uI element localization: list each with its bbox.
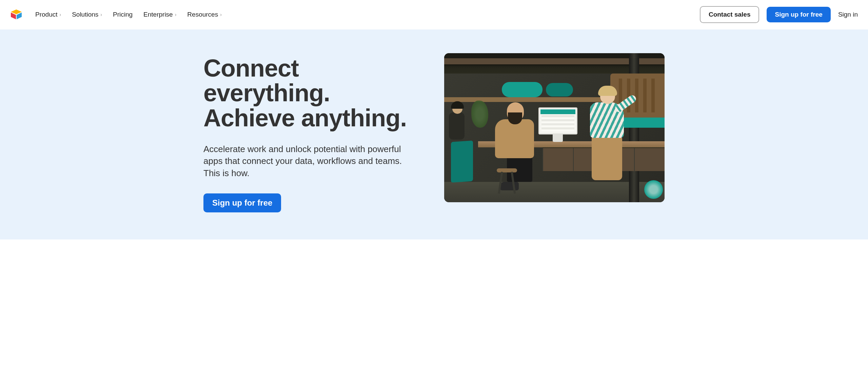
chevron-right-icon: › — [175, 12, 177, 17]
logo[interactable] — [10, 8, 22, 21]
nav-pricing[interactable]: Pricing — [113, 11, 133, 18]
contact-sales-button[interactable]: Contact sales — [700, 6, 760, 23]
main-header: Product › Solutions › Pricing Enterprise… — [0, 0, 868, 29]
nav-label: Product — [35, 11, 57, 18]
hero-content: Connect everything. Achieve anything. Ac… — [203, 53, 424, 212]
nav-label: Enterprise — [143, 11, 173, 18]
chevron-right-icon: › — [59, 12, 61, 17]
hero-image-container — [444, 53, 665, 202]
nav-solutions[interactable]: Solutions › — [72, 11, 102, 18]
airtable-logo-icon — [10, 9, 22, 20]
signup-button[interactable]: Sign up for free — [767, 7, 830, 22]
chevron-right-icon: › — [100, 12, 102, 17]
chevron-right-icon: › — [220, 12, 222, 17]
hero-title: Connect everything. Achieve anything. — [203, 56, 424, 130]
hero-container: Connect everything. Achieve anything. Ac… — [183, 53, 685, 212]
nav-label: Solutions — [72, 11, 98, 18]
hero-subtitle: Accelerate work and unlock potential wit… — [203, 143, 407, 179]
header-left: Product › Solutions › Pricing Enterprise… — [10, 8, 222, 21]
signin-link[interactable]: Sign in — [838, 11, 858, 18]
hero-image — [444, 53, 665, 202]
nav-label: Resources — [187, 11, 218, 18]
nav-enterprise[interactable]: Enterprise › — [143, 11, 176, 18]
nav-product[interactable]: Product › — [35, 11, 61, 18]
header-right: Contact sales Sign up for free Sign in — [700, 6, 858, 23]
nav-resources[interactable]: Resources › — [187, 11, 222, 18]
main-nav: Product › Solutions › Pricing Enterprise… — [35, 11, 222, 18]
hero-cta-button[interactable]: Sign up for free — [203, 193, 281, 212]
hero-section: Connect everything. Achieve anything. Ac… — [0, 29, 868, 239]
nav-label: Pricing — [113, 11, 133, 18]
